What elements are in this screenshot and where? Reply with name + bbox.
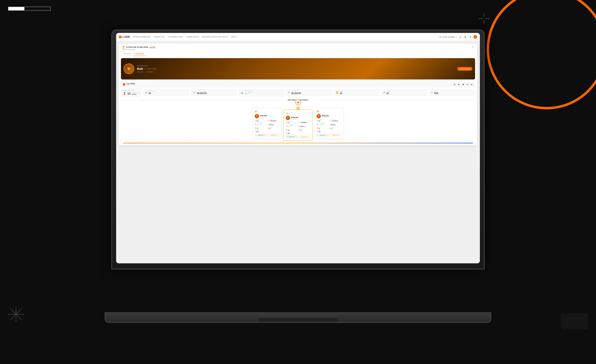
lb-winpct-value-1: 90% (287, 133, 290, 134)
music-info: ♪ LAST EMBER CORR (123, 83, 135, 86)
lb-xp-label-2: XP Earned (256, 119, 261, 120)
nav-item-trading[interactable]: TRADING HUB (154, 36, 164, 38)
lb-address-3: 0x038c0bc4... (322, 117, 330, 118)
xp-value: 25 (149, 92, 155, 95)
stats-row: Your Position 🥉 12 Season XP5 May 15 May (121, 88, 475, 97)
screen-bezel: ⊙ LODE VOYAGER DASHBOARD TRADING HUB THE… (116, 33, 480, 263)
bg-circle (487, 0, 596, 109)
lb-wins-content-1: Wins 23 (288, 129, 290, 131)
lb-volume-icon-2: ⊙ (268, 124, 268, 125)
wins-icon: 🏆 (335, 91, 339, 94)
lb-wins-label-2: Wins (257, 127, 259, 128)
lb-stats-grid-3: ◈ XP Rewards 245 📈 (317, 119, 341, 132)
lb-xp-content-2: XP Earned 245 (256, 119, 261, 122)
music-logo: ♪ (123, 83, 125, 86)
volume-label: Volume (291, 91, 301, 92)
connect-wallet-button[interactable]: Connect your Wallet (438, 35, 457, 39)
lb-avatar-2: N (255, 114, 259, 118)
music-play[interactable]: ▶ (457, 83, 461, 86)
lb-wins-content-2: Wins 23 (257, 127, 259, 129)
lb-pnl-icon-3: 📈 (329, 120, 331, 121)
nav-item-voyager[interactable]: VOYAGER DASHBOARD (133, 36, 151, 38)
music-prev[interactable]: ⏮ (453, 83, 456, 86)
nav-item-vaults[interactable]: RESOURCE HARVESTING VAULTS (202, 36, 228, 38)
laptop: ⊙ LODE VOYAGER DASHBOARD TRADING HUB THE… (98, 30, 498, 323)
settings-button[interactable]: ⚙ (468, 35, 472, 39)
lb-coming-event-3[interactable]: Coming event (329, 134, 341, 137)
lb-username-2: Nubcake (260, 115, 268, 117)
music-title-wrapper: LAST EMBER CORR (127, 83, 135, 86)
lb-winpct-icon-2: % (255, 131, 256, 132)
lb-trades-icon-3: ⇄ (329, 127, 330, 129)
lb-trades-value-2: 11 (269, 128, 272, 129)
lb-volume-content-2: Volume $,230.00 (269, 123, 274, 126)
lb-winpct-value-2: 90% (256, 131, 259, 132)
copy-icon[interactable]: ⎘ (154, 71, 154, 73)
lb-coming-event-1[interactable]: Coming event (298, 135, 310, 138)
lb-card-2: 02 N Nubcake 0x0Bc0bc4... (252, 108, 282, 139)
lb-volume-value-3: $,230.00 (331, 124, 335, 126)
lb-xp-icon-2: ◈ (255, 120, 256, 121)
lb-copy-trade-1[interactable]: Copy Trade (286, 135, 298, 138)
lb-stat-wins-1: 🏆 Wins 23 (286, 129, 298, 131)
lb-rank-2: 02 (255, 110, 279, 113)
xp-label: XP Earned (149, 91, 155, 92)
lb-pnl-label-3: Total Net PnL (331, 119, 338, 120)
nav-item-staking[interactable]: STAKING NEXUS (186, 36, 199, 38)
close-button[interactable]: ✕ (472, 46, 474, 48)
seasonal-chart (245, 91, 251, 95)
lb-pnl-icon-2: 📈 (268, 120, 269, 121)
laptop-screen: ⊙ LODE VOYAGER DASHBOARD TRADING HUB THE… (111, 30, 485, 269)
lb-avatar-1: N (286, 116, 290, 120)
play-button[interactable]: ▶ (463, 35, 467, 39)
music-pause[interactable]: ⏸ (466, 83, 469, 86)
lb-stats-grid-2: ◈ XP Earned 245 📈 (255, 119, 279, 132)
win-pct-value: 50% (434, 92, 438, 95)
hero-avatar-inner: 🦁 (124, 64, 134, 74)
lb-stat-winpct-1: % Win% 90% (286, 132, 298, 134)
panel-title: STRATUM ECHELONS (126, 46, 148, 48)
grid-decoration-br (561, 313, 588, 329)
nav-item-marketplace[interactable]: THE MARKETPLACE (168, 36, 183, 38)
lb-stat-pnl-2: 📈 Total Net PnL +195,865.23 (268, 119, 279, 122)
weekly-section: 2024 46th Weekly Edition (119, 99, 477, 145)
lb-trades-label-3: Trades (331, 127, 334, 128)
user-button[interactable]: ● (473, 35, 477, 39)
lb-stat-trades-2: ⇄ Trades 11 (268, 127, 279, 129)
lb-pnl-value-2: +195,865.23 (270, 120, 276, 122)
volume-content: Volume $2,303.00 (291, 91, 301, 95)
lb-wins-icon-2: 🏆 (255, 127, 256, 129)
lb-stat-winpct-3: % Win% 90% (317, 130, 328, 132)
hero-banner: 🦁 Your Performance Baki ✕ (121, 58, 475, 80)
logo-text: LODE (123, 35, 130, 38)
lb-trades-label-1: Trades (300, 129, 303, 130)
lb-seasonal-icon-3: 📊 (317, 124, 318, 125)
lb-username-3: Nubcake (322, 115, 330, 117)
lb-card-1: 01 N Nubcake 0x038c0bc4... (283, 110, 313, 141)
laptop-base-notch (258, 318, 338, 322)
lb-coming-event-2[interactable]: Coming event (268, 134, 279, 137)
lb-stat-trades-1: ⇄ Trades 11 (298, 129, 310, 131)
bell-button[interactable]: 🔔 (458, 35, 462, 39)
stat-win-pct: ✕ Win% 50% (429, 89, 475, 96)
lb-wins-icon-3: 🏆 (317, 127, 318, 129)
lb-trades-icon-1: ⇄ (298, 129, 299, 131)
music-stop[interactable]: ⏹ (462, 83, 465, 86)
music-player: ♪ LAST EMBER CORR ⏮ ▶ ⏹ ⏸ (121, 82, 475, 87)
nav-items: VOYAGER DASHBOARD TRADING HUB THE MARKET… (133, 36, 435, 38)
asterisk-decoration (8, 306, 24, 324)
position-medal: 🥉 (123, 92, 126, 95)
tab-my-profile[interactable]: My Profile (122, 52, 133, 56)
lb-user-info-3: Nubcake 0x038c0bc4... (322, 115, 330, 118)
music-next[interactable]: ⏭ (470, 83, 473, 86)
pnl-icon: 📈 (193, 91, 196, 94)
connect-socials-button[interactable]: ● Connect Socials (457, 67, 472, 71)
lb-position-1: 01 N Nubcake 0x038c0bc4... (283, 103, 313, 141)
trophy-icon: 🏆 (122, 46, 125, 49)
lb-copy-trade-3[interactable]: Copy Trade (317, 134, 328, 137)
lb-user-row-2: N Nubcake 0x0Bc0bc4... (255, 114, 279, 118)
lb-seasonal-label-3: Seasonal PnL (319, 122, 325, 123)
nav-item-more[interactable]: MORE ▾ (231, 36, 237, 38)
lb-copy-trade-2[interactable]: Copy Trade (255, 134, 267, 137)
tab-leaderboard[interactable]: Leaderboard (133, 52, 146, 56)
